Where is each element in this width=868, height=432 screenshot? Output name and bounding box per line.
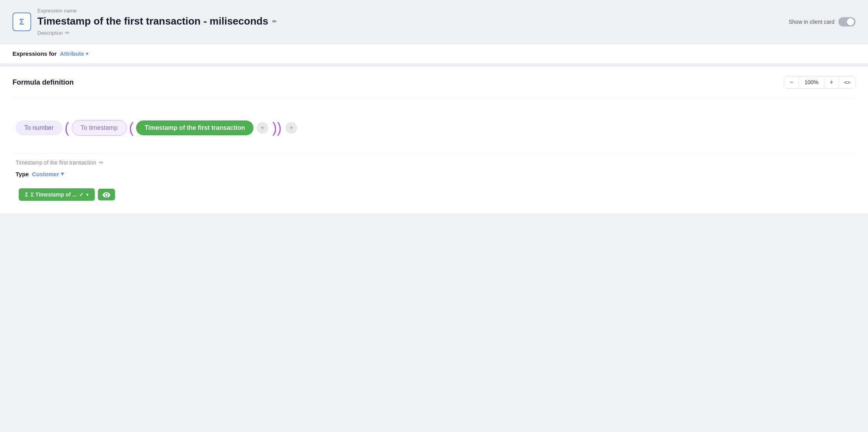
formula-canvas: To number ( To timestamp ( Timestamp of … <box>12 104 856 151</box>
zoom-controls: − 100% + <> <box>784 76 856 89</box>
add-function-button[interactable]: + <box>285 122 297 134</box>
formula-separator <box>12 98 856 98</box>
description-edit-icon[interactable]: ✏ <box>65 30 70 36</box>
to-number-pill[interactable]: To number <box>16 120 62 135</box>
type-label: Type <box>16 171 29 177</box>
chevron-down-icon: ▾ <box>86 51 88 57</box>
formula-header: Formula definition − 100% + <> <box>12 76 856 89</box>
code-toggle-button[interactable]: <> <box>839 77 855 88</box>
close-paren-double: )) <box>272 121 282 135</box>
type-chevron-icon: ▾ <box>61 170 64 177</box>
type-value-text: Customer <box>32 171 59 177</box>
zoom-level-display: 100% <box>799 77 824 88</box>
header-text: Expression name Timestamp of the first t… <box>37 8 277 36</box>
selected-node-edit-icon[interactable]: ✏ <box>99 159 104 166</box>
expressions-bar: Expressions for Attribute ▾ <box>0 44 868 64</box>
description-label: Description <box>37 30 63 36</box>
expression-title-text: Timestamp of the first transaction - mil… <box>37 15 268 27</box>
expressions-for-label: Expressions for <box>12 50 57 57</box>
bottom-pill-label: Σ Timestamp of ... <box>30 191 77 198</box>
formula-detail: Timestamp of the first transaction ✏ Typ… <box>12 153 856 204</box>
show-in-client-card-toggle[interactable] <box>838 17 856 27</box>
add-argument-button[interactable]: + <box>257 122 268 134</box>
formula-section: Formula definition − 100% + <> To number… <box>0 67 868 213</box>
bottom-dropdown-arrow-icon: ▾ <box>86 192 89 197</box>
selected-node-label: Timestamp of the first transaction ✏ <box>16 159 852 166</box>
expression-name-label: Expression name <box>37 8 277 14</box>
open-paren-1: ( <box>65 121 69 135</box>
header-left: Σ Expression name Timestamp of the first… <box>12 8 277 36</box>
zoom-minus-button[interactable]: − <box>784 76 799 88</box>
eye-icon <box>103 192 110 197</box>
attribute-value: Attribute <box>60 50 84 57</box>
preview-button[interactable] <box>98 189 115 200</box>
section-divider <box>0 64 868 67</box>
sigma-icon: Σ <box>12 12 31 31</box>
bottom-check-icon: ✓ <box>79 191 84 198</box>
bottom-toolbar: Σ Σ Timestamp of ... ✓ ▾ <box>16 184 852 201</box>
type-dropdown[interactable]: Customer ▾ <box>32 170 64 177</box>
attribute-dropdown[interactable]: Attribute ▾ <box>60 50 88 57</box>
header-section: Σ Expression name Timestamp of the first… <box>0 0 868 44</box>
description-row: Description ✏ <box>37 30 277 36</box>
header-right: Show in client card <box>788 17 856 27</box>
open-paren-2: ( <box>129 121 134 135</box>
formula-save-button[interactable]: Σ Σ Timestamp of ... ✓ ▾ <box>19 188 95 201</box>
show-in-client-card-label: Show in client card <box>788 19 834 25</box>
selected-node-text: Timestamp of the first transaction <box>16 159 96 166</box>
type-row: Type Customer ▾ <box>16 170 852 177</box>
formula-title: Formula definition <box>12 78 74 87</box>
zoom-plus-button[interactable]: + <box>824 76 839 88</box>
expression-title: Timestamp of the first transaction - mil… <box>37 15 277 27</box>
title-edit-icon[interactable]: ✏ <box>272 18 277 25</box>
timestamp-first-transaction-pill[interactable]: Timestamp of the first transaction <box>136 120 254 135</box>
bottom-sigma-icon: Σ <box>25 191 28 198</box>
to-timestamp-pill[interactable]: To timestamp <box>72 120 127 136</box>
